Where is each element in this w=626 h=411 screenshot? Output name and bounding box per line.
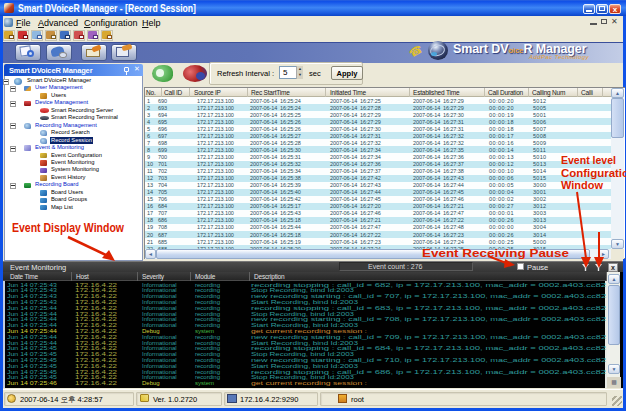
svg-text:get current recording session: get current recording session : (251, 379, 367, 386)
svg-text:172.16.4.22: 172.16.4.22 (75, 380, 118, 386)
svg-text:Debug: Debug (142, 380, 160, 386)
svg-text:system: system (195, 380, 214, 386)
svg-text:Jun 14 07:25:46: Jun 14 07:25:46 (7, 380, 58, 386)
